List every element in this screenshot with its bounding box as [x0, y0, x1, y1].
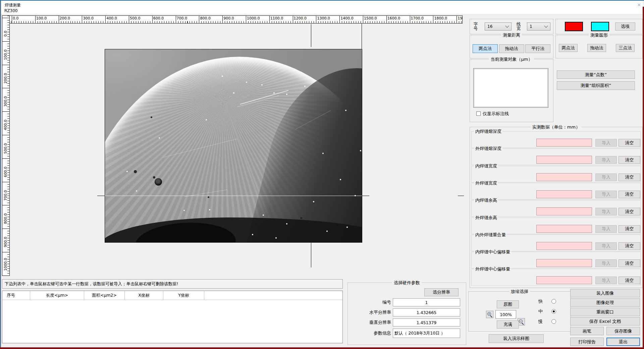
speed-option-row: 慢: [538, 318, 556, 325]
zoom-value-field[interactable]: 100%: [495, 310, 516, 319]
h-ruler-major-tick: [176, 16, 176, 23]
distance-method-button-2[interactable]: 拖动法: [499, 44, 524, 53]
current-object-title: 当前测量对象（μm）: [489, 56, 534, 62]
import-button[interactable]: 导入: [595, 139, 617, 147]
hardware-field-value[interactable]: 1: [393, 298, 460, 306]
result-table-header: 序号长度<μm>面积<μm2>X坐标Y坐标: [2, 291, 342, 300]
pore: [151, 116, 152, 118]
speed-radio[interactable]: [551, 299, 556, 304]
import-button[interactable]: 导入: [595, 173, 617, 181]
speed-option-row: 快: [538, 298, 556, 304]
original-size-button[interactable]: 原图: [497, 300, 519, 308]
v-ruler-label: 900.0: [3, 237, 8, 248]
close-icon[interactable]: ×: [636, 2, 642, 7]
measured-value-input[interactable]: [536, 173, 592, 181]
color-swatch-1[interactable]: [565, 22, 583, 31]
h-ruler-label: 1700.0: [411, 16, 424, 20]
current-object-listbox[interactable]: [473, 68, 548, 108]
measure-points-button[interactable]: 测量“点数”: [557, 70, 635, 79]
pore: [300, 217, 302, 219]
measured-value-input[interactable]: [536, 139, 592, 147]
measured-value-input[interactable]: [536, 259, 592, 267]
clear-button[interactable]: 清空: [619, 156, 640, 164]
result-table[interactable]: 序号长度<μm>面积<μm2>X坐标Y坐标: [2, 291, 343, 343]
h-ruler-label: 1800.0: [434, 16, 447, 20]
measured-value-input[interactable]: [536, 242, 592, 250]
h-ruler-label: 1000.0: [247, 16, 260, 20]
chevron-down-icon: [544, 24, 548, 28]
v-ruler-major-tick: [2, 205, 9, 205]
circle-method-button-3[interactable]: 三点法: [616, 44, 635, 52]
speed-radio[interactable]: [551, 309, 556, 314]
line-width-select[interactable]: 1: [527, 22, 550, 31]
clear-button[interactable]: 清空: [619, 173, 640, 181]
print-report-button[interactable]: 打印报告: [570, 338, 604, 346]
import-button[interactable]: 导入: [595, 156, 617, 164]
import-button[interactable]: 导入: [595, 191, 617, 198]
pen-button[interactable]: 画笔: [570, 327, 604, 335]
v-ruler-label: 0.0: [3, 31, 8, 37]
hardware-group: 选择硬件参数 选分辨率 编号 1 水平分辨率 1.432665 垂直分辨率 1.…: [347, 283, 466, 345]
hardware-field-label: 水平分辨率: [350, 309, 393, 315]
menu-item-rz300[interactable]: RZ300: [4, 8, 17, 13]
measure-area-button[interactable]: 测量“组织面积”: [557, 81, 635, 90]
import-button[interactable]: 导入: [595, 242, 617, 250]
pore: [153, 176, 155, 179]
measure-distance-buttons: 两点法拖动法平行法: [473, 44, 550, 53]
font-size-select[interactable]: 16: [485, 22, 512, 31]
h-ruler-major-tick: [293, 16, 293, 23]
import-button[interactable]: 导入: [595, 225, 617, 233]
hardware-field-value[interactable]: 1.451379: [393, 318, 460, 327]
measured-value-input[interactable]: [536, 156, 592, 164]
h-ruler-major-tick: [35, 16, 36, 23]
import-button[interactable]: 导入: [595, 277, 617, 284]
import-button[interactable]: 导入: [595, 208, 617, 215]
h-ruler-major-tick: [199, 16, 199, 23]
import-button[interactable]: 导入: [595, 259, 617, 267]
v-ruler-label: 500.0: [3, 143, 8, 154]
h-ruler-label: 700.0: [177, 16, 187, 20]
zoom-in-icon[interactable]: +: [486, 311, 493, 318]
v-ruler-major-tick: [2, 88, 9, 88]
speed-radio[interactable]: [551, 319, 556, 324]
only-show-annotation-checkbox[interactable]: [476, 111, 481, 116]
clear-button[interactable]: 清空: [619, 242, 640, 250]
options-button[interactable]: 选项: [615, 22, 635, 31]
measured-data-group: 实测数据（单位：mm） 内焊缝熔深度 导入 清空 外焊缝熔深度 导入 清空 内焊…: [470, 127, 643, 288]
v-ruler: 0.0100.0200.0300.0400.0500.0600.0700.080…: [2, 15, 10, 276]
redraw-window-button[interactable]: 重画窗口: [570, 308, 640, 316]
clear-button[interactable]: 清空: [619, 277, 640, 284]
hardware-field-value[interactable]: 1.432665: [393, 308, 460, 316]
measured-value-input[interactable]: [536, 207, 592, 215]
circle-method-button-1[interactable]: 两点法: [559, 44, 578, 52]
h-ruler-major-tick: [386, 16, 387, 23]
distance-method-button-3[interactable]: 平行法: [525, 44, 550, 53]
save-image-button[interactable]: 保存图像: [606, 327, 640, 335]
distance-method-button-1[interactable]: 两点法: [473, 44, 498, 53]
image-process-button[interactable]: 图像处理: [570, 298, 640, 307]
measured-value-input[interactable]: [536, 225, 592, 233]
save-excel-button[interactable]: 保存 Excel 文档: [570, 317, 640, 326]
clear-button[interactable]: 清空: [619, 139, 640, 147]
weld-image-canvas[interactable]: [105, 49, 362, 243]
h-ruler-label: 300.0: [83, 16, 94, 20]
color-swatch-2[interactable]: [591, 22, 609, 31]
fit-button[interactable]: 充满: [497, 320, 519, 329]
clear-button[interactable]: 清空: [619, 259, 640, 267]
measured-value-input[interactable]: [536, 276, 592, 284]
measure-distance-group: 测量距离 两点法拖动法平行法: [470, 35, 553, 58]
exit-button[interactable]: 退出: [606, 338, 640, 346]
clear-button[interactable]: 清空: [619, 208, 640, 215]
h-ruler-label: 100.0: [36, 16, 47, 20]
measured-value-input[interactable]: [536, 190, 592, 198]
load-image-button[interactable]: 装入图像: [570, 289, 640, 297]
list-hint: 下边列表中，单击鼠标左键可选中某一行数据，该数据可被导入；单击鼠标右键可删除该数…: [2, 279, 343, 289]
hardware-fields: 编号 1 水平分辨率 1.432665 垂直分辨率 1.451379 参数信息 …: [348, 283, 466, 345]
circle-method-button-2[interactable]: 拖动法: [587, 44, 606, 52]
h-ruler-major-tick: [222, 16, 223, 23]
hardware-field-row: 垂直分辨率 1.451379: [350, 318, 460, 327]
clear-button[interactable]: 清空: [619, 225, 640, 233]
load-demo-button[interactable]: 装入演示样图: [489, 334, 544, 343]
clear-button[interactable]: 清空: [619, 191, 640, 198]
hardware-field-value[interactable]: 默认（ 2018年3月10日 ）: [393, 329, 460, 338]
